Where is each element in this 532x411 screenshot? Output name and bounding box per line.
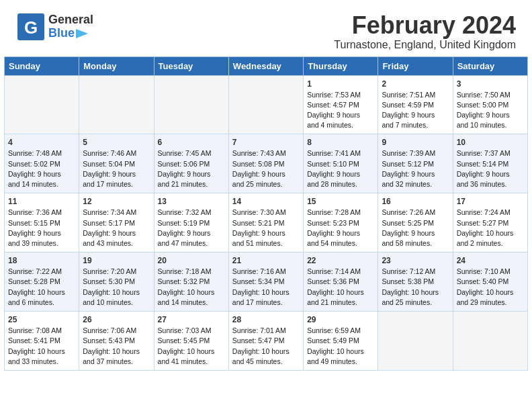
calendar-header: SundayMondayTuesdayWednesdayThursdayFrid… [5,56,528,75]
day-number: 14 [232,197,300,206]
day-number: 7 [232,138,300,147]
calendar-cell: 19Sunrise: 7:20 AM Sunset: 5:30 PM Dayli… [79,253,154,312]
day-info: Sunrise: 7:50 AM Sunset: 5:00 PM Dayligh… [457,90,524,131]
weekday-header-saturday: Saturday [453,56,527,75]
day-info: Sunrise: 7:01 AM Sunset: 5:47 PM Dayligh… [232,326,300,367]
day-number: 1 [307,79,374,89]
calendar-cell: 20Sunrise: 7:18 AM Sunset: 5:32 PM Dayli… [154,253,228,312]
calendar-cell: 22Sunrise: 7:14 AM Sunset: 5:36 PM Dayli… [304,253,378,312]
calendar-wrapper: SundayMondayTuesdayWednesdayThursdayFrid… [0,56,532,375]
page-header: G General Blue February 2024 Turnastone,… [0,0,532,56]
calendar-cell: 26Sunrise: 7:06 AM Sunset: 5:43 PM Dayli… [79,312,154,371]
calendar-cell: 4Sunrise: 7:48 AM Sunset: 5:02 PM Daylig… [5,134,79,193]
day-number: 20 [158,256,225,265]
day-number: 15 [307,197,374,206]
calendar-cell: 5Sunrise: 7:46 AM Sunset: 5:04 PM Daylig… [79,134,154,193]
calendar-cell: 3Sunrise: 7:50 AM Sunset: 5:00 PM Daylig… [453,75,527,134]
week-row-2: 4Sunrise: 7:48 AM Sunset: 5:02 PM Daylig… [5,134,528,193]
day-info: Sunrise: 7:26 AM Sunset: 5:25 PM Dayligh… [382,208,449,248]
calendar-cell: 29Sunrise: 6:59 AM Sunset: 5:49 PM Dayli… [304,312,378,371]
logo-arrow-icon [76,29,88,38]
weekday-header-thursday: Thursday [304,56,378,75]
day-number: 21 [232,256,300,265]
calendar-cell: 16Sunrise: 7:26 AM Sunset: 5:25 PM Dayli… [378,193,453,253]
week-row-3: 11Sunrise: 7:36 AM Sunset: 5:15 PM Dayli… [5,193,528,253]
calendar-subtitle: Turnastone, England, United Kingdom [334,39,516,51]
calendar-cell: 28Sunrise: 7:01 AM Sunset: 5:47 PM Dayli… [228,312,303,371]
week-row-1: 1Sunrise: 7:53 AM Sunset: 4:57 PM Daylig… [5,75,528,134]
logo-blue: Blue [48,27,75,40]
calendar-cell: 15Sunrise: 7:28 AM Sunset: 5:23 PM Dayli… [304,193,378,253]
day-info: Sunrise: 7:46 AM Sunset: 5:04 PM Dayligh… [83,148,150,189]
day-info: Sunrise: 6:59 AM Sunset: 5:49 PM Dayligh… [307,326,374,367]
day-info: Sunrise: 7:45 AM Sunset: 5:06 PM Dayligh… [158,148,225,189]
day-number: 5 [83,138,150,147]
day-number: 9 [382,138,449,147]
week-row-4: 18Sunrise: 7:22 AM Sunset: 5:28 PM Dayli… [5,253,528,312]
day-info: Sunrise: 7:39 AM Sunset: 5:12 PM Dayligh… [382,148,449,189]
calendar-cell: 1Sunrise: 7:53 AM Sunset: 4:57 PM Daylig… [304,75,378,134]
day-info: Sunrise: 7:36 AM Sunset: 5:15 PM Dayligh… [8,208,75,248]
day-info: Sunrise: 7:37 AM Sunset: 5:14 PM Dayligh… [457,148,524,189]
day-number: 23 [382,256,449,265]
day-info: Sunrise: 7:28 AM Sunset: 5:23 PM Dayligh… [307,208,374,248]
calendar-cell [453,312,527,371]
logo-icon: G [16,12,46,42]
day-number: 25 [8,315,75,324]
calendar-cell: 12Sunrise: 7:34 AM Sunset: 5:17 PM Dayli… [79,193,154,253]
day-info: Sunrise: 7:08 AM Sunset: 5:41 PM Dayligh… [8,326,75,367]
day-info: Sunrise: 7:41 AM Sunset: 5:10 PM Dayligh… [307,148,374,189]
day-info: Sunrise: 7:12 AM Sunset: 5:38 PM Dayligh… [382,267,449,308]
calendar-cell: 13Sunrise: 7:32 AM Sunset: 5:19 PM Dayli… [154,193,228,253]
day-info: Sunrise: 7:16 AM Sunset: 5:34 PM Dayligh… [232,267,300,308]
weekday-header-sunday: Sunday [5,56,79,75]
logo: G General Blue [16,12,93,42]
calendar-table: SundayMondayTuesdayWednesdayThursdayFrid… [4,56,528,371]
day-info: Sunrise: 7:03 AM Sunset: 5:45 PM Dayligh… [158,326,225,367]
day-info: Sunrise: 7:14 AM Sunset: 5:36 PM Dayligh… [307,267,374,308]
day-info: Sunrise: 7:06 AM Sunset: 5:43 PM Dayligh… [83,326,150,367]
day-number: 29 [307,315,374,324]
svg-marker-2 [76,29,88,38]
calendar-cell: 23Sunrise: 7:12 AM Sunset: 5:38 PM Dayli… [378,253,453,312]
calendar-cell: 6Sunrise: 7:45 AM Sunset: 5:06 PM Daylig… [154,134,228,193]
calendar-cell: 2Sunrise: 7:51 AM Sunset: 4:59 PM Daylig… [378,75,453,134]
day-number: 6 [158,138,225,147]
calendar-title: February 2024 [334,12,516,39]
day-number: 27 [158,315,225,324]
weekday-row: SundayMondayTuesdayWednesdayThursdayFrid… [5,56,528,75]
day-number: 10 [457,138,524,147]
day-number: 26 [83,315,150,324]
calendar-cell: 25Sunrise: 7:08 AM Sunset: 5:41 PM Dayli… [5,312,79,371]
day-info: Sunrise: 7:51 AM Sunset: 4:59 PM Dayligh… [382,90,449,131]
day-number: 28 [232,315,300,324]
calendar-body: 1Sunrise: 7:53 AM Sunset: 4:57 PM Daylig… [5,75,528,370]
calendar-cell: 17Sunrise: 7:24 AM Sunset: 5:27 PM Dayli… [453,193,527,253]
calendar-cell [378,312,453,371]
day-number: 11 [8,197,75,206]
day-number: 19 [83,256,150,265]
day-info: Sunrise: 7:48 AM Sunset: 5:02 PM Dayligh… [8,148,75,189]
day-info: Sunrise: 7:34 AM Sunset: 5:17 PM Dayligh… [83,208,150,248]
svg-text:G: G [24,17,38,38]
logo-blue-row: Blue [48,27,93,40]
day-number: 2 [382,79,449,89]
calendar-cell [154,75,228,134]
weekday-header-wednesday: Wednesday [228,56,303,75]
logo-general: General [48,13,93,27]
day-info: Sunrise: 7:30 AM Sunset: 5:21 PM Dayligh… [232,208,300,248]
week-row-5: 25Sunrise: 7:08 AM Sunset: 5:41 PM Dayli… [5,312,528,371]
day-info: Sunrise: 7:22 AM Sunset: 5:28 PM Dayligh… [8,267,75,308]
calendar-cell: 8Sunrise: 7:41 AM Sunset: 5:10 PM Daylig… [304,134,378,193]
calendar-cell: 14Sunrise: 7:30 AM Sunset: 5:21 PM Dayli… [228,193,303,253]
day-info: Sunrise: 7:24 AM Sunset: 5:27 PM Dayligh… [457,208,524,248]
calendar-cell: 11Sunrise: 7:36 AM Sunset: 5:15 PM Dayli… [5,193,79,253]
calendar-cell: 27Sunrise: 7:03 AM Sunset: 5:45 PM Dayli… [154,312,228,371]
day-number: 24 [457,256,524,265]
calendar-cell: 10Sunrise: 7:37 AM Sunset: 5:14 PM Dayli… [453,134,527,193]
day-number: 3 [457,79,524,89]
calendar-cell [228,75,303,134]
calendar-cell: 9Sunrise: 7:39 AM Sunset: 5:12 PM Daylig… [378,134,453,193]
day-number: 13 [158,197,225,206]
weekday-header-friday: Friday [378,56,453,75]
